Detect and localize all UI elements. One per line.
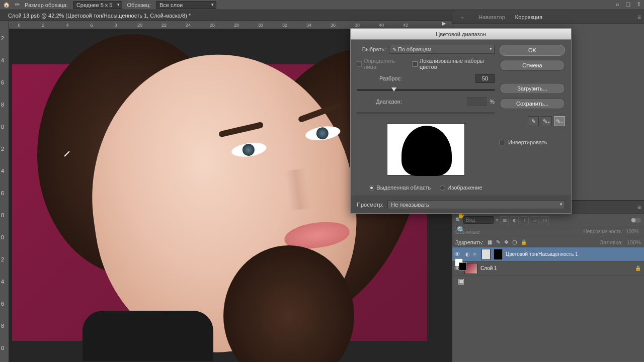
- select-label: Выбрать:: [357, 46, 386, 52]
- sample-source-label: Образец:: [127, 2, 151, 8]
- range-label: Диапазон:: [357, 99, 402, 105]
- home-icon[interactable]: 🏠: [3, 2, 10, 8]
- selection-preview[interactable]: [387, 123, 465, 175]
- filter-shape-icon[interactable]: ▱: [531, 216, 539, 224]
- layer-row-adjustment[interactable]: 👁 ◐ ⎘ Цветовой тон/Насыщенность 1: [452, 247, 644, 261]
- detect-faces-checkbox: [357, 61, 362, 67]
- adjustment-thumb[interactable]: [481, 249, 491, 260]
- filter-type-icon[interactable]: T: [521, 216, 529, 224]
- more-icon[interactable]: ⋯: [456, 240, 465, 249]
- sample-size-label: Размер образца:: [25, 2, 68, 8]
- ok-button[interactable]: OK: [500, 45, 565, 56]
- lock-artboard-icon[interactable]: ▢: [512, 239, 517, 245]
- layer-mask-thumb[interactable]: [494, 249, 503, 260]
- tab-navigator[interactable]: Навигатор: [473, 14, 510, 20]
- filter-pixel-icon[interactable]: ▦: [501, 216, 509, 224]
- panel-menu-icon[interactable]: ≡: [637, 14, 641, 21]
- opacity-value[interactable]: 100%: [626, 229, 641, 234]
- dialog-title[interactable]: Цветовой диапазон: [351, 29, 571, 40]
- layers-menu-icon[interactable]: ≡: [637, 204, 641, 211]
- localized-label: Локализованные наборы цветов: [420, 58, 495, 70]
- eyedropper-tool-icon[interactable]: ✎: [14, 1, 22, 9]
- opacity-label: Непрозрачность:: [583, 229, 623, 234]
- layer-row-background[interactable]: 👁 Слой 1 🔒: [452, 261, 644, 276]
- lock-all-icon[interactable]: 🔒: [521, 239, 527, 245]
- workspace-icon[interactable]: ▢: [625, 1, 630, 8]
- search-icon[interactable]: ⌕: [616, 1, 619, 8]
- eyedropper-sample-icon[interactable]: ✎: [528, 116, 539, 126]
- eyedropper-cursor: [64, 150, 72, 158]
- share-icon[interactable]: ⇪: [636, 1, 641, 8]
- fill-value[interactable]: 100%: [627, 239, 641, 245]
- layer-name[interactable]: Слой 1: [480, 265, 632, 271]
- detect-faces-label: Определять лица: [364, 58, 405, 70]
- filter-adjust-icon[interactable]: ◐: [511, 216, 519, 224]
- lock-transparent-icon[interactable]: ▦: [488, 239, 492, 245]
- tab-corrections[interactable]: Коррекция: [510, 14, 547, 20]
- collapse-panel-icon[interactable]: «: [452, 10, 472, 24]
- fuzziness-slider[interactable]: [357, 89, 495, 91]
- invert-label: Инвертировать: [508, 139, 547, 145]
- eyedropper-subtract-icon[interactable]: ✎₋: [554, 116, 565, 126]
- lock-position-icon[interactable]: ✥: [504, 239, 508, 245]
- link-icon[interactable]: ⎘: [473, 252, 478, 257]
- color-range-dialog: Цветовой диапазон Выбрать: ✎ По образцам…: [350, 28, 572, 214]
- fuzziness-label: Разброс:: [357, 75, 402, 81]
- vertical-ruler: 246802468024680: [0, 21, 9, 362]
- zoom-icon[interactable]: 🔍: [456, 225, 465, 234]
- sample-source-dropdown[interactable]: Все слои: [156, 1, 216, 9]
- fuzziness-input[interactable]: [475, 74, 495, 83]
- quickmask-icon[interactable]: ▣: [456, 277, 465, 286]
- select-method-dropdown[interactable]: ✎ По образцам: [389, 45, 495, 54]
- range-unit: %: [490, 99, 495, 105]
- filter-toggle[interactable]: [631, 218, 641, 223]
- lock-pixels-icon[interactable]: ✎: [496, 239, 500, 245]
- radio-image[interactable]: [440, 185, 445, 191]
- range-input: [467, 97, 487, 106]
- sample-size-dropdown[interactable]: Среднее 5 x 5: [73, 1, 122, 9]
- eyedropper-add-icon[interactable]: ✎₊: [541, 116, 552, 126]
- cancel-button[interactable]: Отмена: [500, 60, 565, 71]
- load-button[interactable]: Загрузить...: [500, 83, 565, 94]
- preview-mode-label: Просмотр:: [357, 202, 383, 208]
- radio-selection[interactable]: [369, 185, 374, 191]
- lock-icon: 🔒: [635, 265, 641, 271]
- preview-mode-dropdown[interactable]: Не показывать: [387, 200, 565, 209]
- localized-checkbox[interactable]: [413, 61, 418, 67]
- color-swatches[interactable]: [455, 258, 467, 270]
- document-tab[interactable]: Слой 13.psb @ 42,2% (Цветовой тон/Насыще…: [8, 13, 191, 19]
- invert-checkbox[interactable]: [500, 140, 505, 145]
- filter-smart-icon[interactable]: ◫: [541, 216, 549, 224]
- play-icon[interactable]: ▶: [442, 20, 446, 27]
- save-button[interactable]: Сохранить...: [500, 98, 565, 109]
- range-slider: [357, 112, 495, 114]
- fill-label: Заливка:: [600, 239, 622, 245]
- layer-name[interactable]: Цветовой тон/Насыщенность 1: [506, 251, 643, 257]
